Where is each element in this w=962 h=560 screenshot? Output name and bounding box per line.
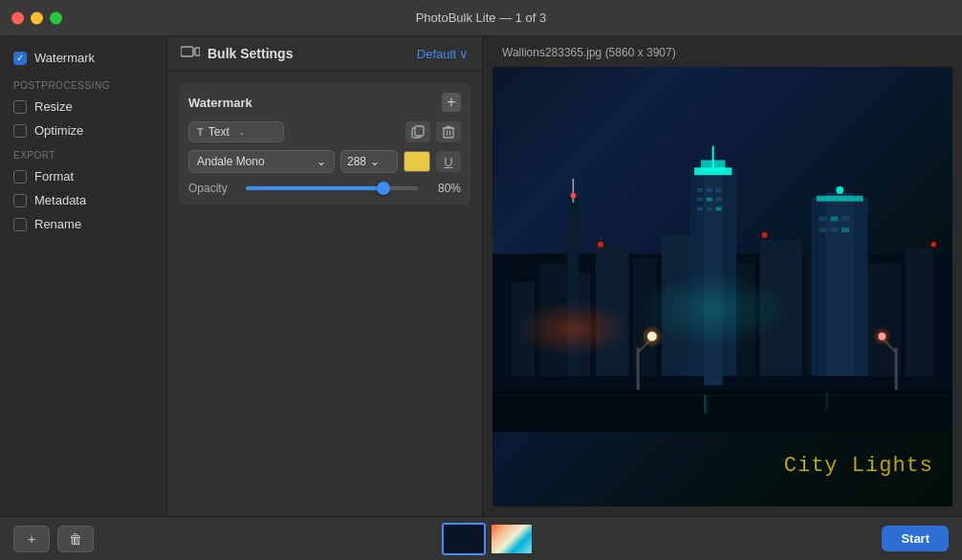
svg-rect-34: [707, 198, 712, 202]
svg-rect-37: [707, 207, 712, 211]
content-area: Bulk Settings Default ∨ Watermark + T T: [167, 36, 962, 516]
svg-rect-40: [825, 193, 853, 376]
watermark-section-header: Watermark +: [188, 93, 461, 112]
optimize-label: Optimize: [34, 123, 83, 138]
svg-rect-33: [697, 198, 703, 202]
color-swatch[interactable]: [404, 151, 430, 172]
type-select-arrow: ⌄: [238, 127, 246, 137]
sidebar: Watermark POSTPROCESSING Resize Optimize…: [0, 36, 167, 516]
copy-watermark-button[interactable]: [405, 121, 430, 142]
bulk-panel: Bulk Settings Default ∨ Watermark + T T: [167, 36, 483, 516]
metadata-checkbox[interactable]: [13, 194, 27, 207]
rename-label: Rename: [34, 217, 81, 231]
sidebar-item-watermark[interactable]: Watermark: [0, 46, 166, 73]
svg-rect-32: [716, 188, 722, 192]
thumbnail-strip: [442, 523, 534, 555]
optimize-checkbox[interactable]: [13, 124, 27, 138]
thumbnail-2[interactable]: [490, 523, 534, 555]
svg-rect-45: [842, 216, 849, 221]
add-image-button[interactable]: +: [13, 526, 50, 552]
svg-rect-43: [820, 216, 827, 221]
opacity-track: [246, 186, 418, 190]
font-select[interactable]: Andale Mono ⌄: [188, 150, 335, 173]
svg-rect-36: [697, 207, 703, 211]
type-label: Text: [208, 125, 230, 139]
svg-rect-24: [906, 249, 933, 377]
watermark-label: Watermark: [34, 51, 95, 65]
format-checkbox[interactable]: [13, 170, 27, 183]
svg-point-51: [570, 193, 576, 199]
resize-checkbox[interactable]: [13, 100, 27, 114]
sidebar-item-optimize[interactable]: Optimize: [0, 118, 166, 142]
opacity-fill: [246, 186, 383, 190]
rename-checkbox[interactable]: [13, 218, 27, 231]
minimize-button[interactable]: [31, 11, 43, 24]
add-watermark-button[interactable]: +: [442, 93, 461, 112]
watermark-checkbox[interactable]: [13, 52, 27, 65]
font-name: Andale Mono: [197, 155, 265, 168]
preview-area: Wallions283365.jpg (5860 x 3907): [483, 36, 962, 516]
opacity-slider[interactable]: [246, 181, 418, 196]
sidebar-item-resize[interactable]: Resize: [0, 95, 166, 118]
main-layout: Watermark POSTPROCESSING Resize Optimize…: [0, 36, 962, 516]
sidebar-item-metadata[interactable]: Metadata: [0, 188, 166, 212]
maximize-button[interactable]: [50, 11, 62, 24]
close-button[interactable]: [11, 11, 24, 24]
bottom-left-buttons: + 🗑: [13, 526, 94, 552]
svg-rect-30: [697, 188, 703, 192]
start-button[interactable]: Start: [882, 526, 949, 551]
font-row: Andale Mono ⌄ 288 ⌄ U: [188, 150, 461, 173]
text-type-icon: T: [197, 126, 204, 138]
remove-image-button[interactable]: 🗑: [57, 526, 94, 552]
resize-label: Resize: [34, 99, 73, 114]
svg-rect-67: [704, 395, 707, 414]
remove-icon: 🗑: [69, 531, 82, 547]
svg-point-63: [762, 232, 768, 238]
default-dropdown[interactable]: Default ∨: [417, 47, 469, 61]
svg-rect-66: [492, 395, 952, 397]
svg-point-61: [878, 333, 885, 340]
thumbnail-1[interactable]: [442, 523, 486, 555]
format-label: Format: [34, 169, 74, 183]
svg-rect-35: [716, 198, 722, 202]
thumbnail-city-image: [444, 525, 484, 553]
postprocessing-section: POSTPROCESSING: [0, 73, 166, 95]
size-select-arrow: ⌄: [370, 155, 380, 168]
opacity-thumb[interactable]: [377, 182, 390, 195]
delete-watermark-button[interactable]: [436, 121, 461, 142]
underline-button[interactable]: U: [436, 151, 461, 172]
trash-icon: [443, 125, 454, 139]
svg-rect-47: [830, 227, 838, 232]
font-select-arrow: ⌄: [317, 155, 326, 168]
export-section: EXPORT: [0, 142, 166, 164]
svg-rect-48: [842, 227, 849, 232]
sidebar-item-rename[interactable]: Rename: [0, 212, 166, 236]
city-skyline-svg: [492, 67, 952, 506]
watermark-section-title: Watermark: [188, 96, 252, 110]
svg-point-57: [647, 332, 657, 341]
svg-rect-1: [195, 48, 200, 55]
chevron-down-icon: ∨: [459, 47, 469, 61]
type-row: T Text ⌄: [188, 121, 461, 142]
font-size: 288: [347, 155, 366, 168]
copy-icon: [411, 125, 425, 139]
traffic-lights: [11, 11, 62, 24]
watermark-text: City Lights: [784, 454, 933, 478]
preview-image-container: City Lights: [492, 67, 952, 506]
bulk-header: Bulk Settings Default ∨: [167, 36, 482, 72]
svg-rect-41: [817, 196, 864, 202]
bulk-settings-icon: [181, 46, 200, 61]
svg-rect-46: [820, 227, 827, 232]
svg-rect-68: [825, 393, 827, 410]
svg-rect-44: [830, 216, 838, 221]
size-select[interactable]: 288 ⌄: [340, 150, 398, 173]
type-select[interactable]: T Text ⌄: [188, 121, 284, 142]
default-label: Default: [417, 47, 456, 61]
bulk-panel-title: Bulk Settings: [208, 46, 293, 61]
opacity-row: Opacity 80%: [188, 181, 461, 196]
svg-point-64: [930, 242, 936, 248]
sidebar-item-format[interactable]: Format: [0, 164, 166, 188]
svg-rect-4: [444, 128, 453, 138]
svg-point-42: [836, 186, 843, 194]
svg-rect-0: [181, 47, 193, 56]
